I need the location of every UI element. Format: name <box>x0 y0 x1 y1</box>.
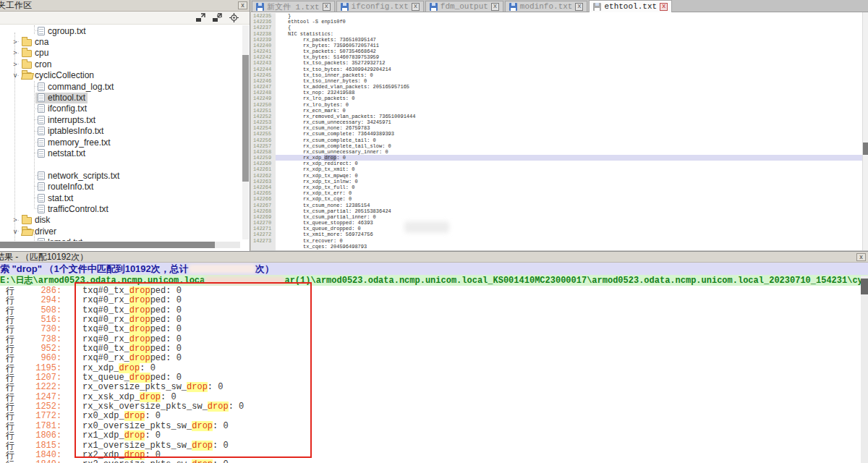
locate-file-icon[interactable] <box>229 13 239 22</box>
editor-line[interactable]: 142259 rx_xdp_drop: 0 <box>251 155 862 161</box>
result-row-line-1195[interactable]: 行1195: rx_xdp_drop: 0 <box>0 364 859 373</box>
results-vertical-scrollbar[interactable] <box>861 276 868 463</box>
tree-item-memory_free-txt[interactable]: memory_free.txt <box>0 137 242 148</box>
editor-line[interactable]: 142261 rx_xdp_tx_xmit: 0 <box>251 166 862 172</box>
editor-line[interactable]: 142245 tx_tso_inner_packets: 0 <box>251 72 862 78</box>
tree-item-label-wrap[interactable]: network_scripts.txt <box>35 170 122 181</box>
editor-line[interactable]: 142237{ <box>251 25 862 30</box>
editor-line[interactable]: 142258 rx_csum_unnecessary_inner: 0 <box>251 149 862 155</box>
editor-line[interactable]: 142274 tx_cqes: 204596498793 <box>251 244 862 250</box>
tree-item-ifconfig-txt[interactable]: ifconfig.txt <box>0 103 242 114</box>
tree-item-label-wrap[interactable]: driver <box>20 226 59 237</box>
tree-item-lsmod-txt[interactable]: lsmod.txt <box>0 237 242 241</box>
editor-line[interactable]: 142240 rx_bytes: 735960572057411 <box>251 43 862 48</box>
tree-item-label-wrap[interactable]: cpu <box>20 48 51 59</box>
tree-item-interrupts-txt[interactable]: interrupts.txt <box>0 114 242 125</box>
tab-fdm_output[interactable]: fdm_outputx <box>425 1 503 12</box>
editor-line[interactable]: 142266 rx_xdp_tx_cqe: 0 <box>251 196 862 202</box>
result-row-line-1840[interactable]: 行1840: rx2_xdp_drop: 0 <box>0 451 859 460</box>
editor-line[interactable]: 142256 rx_csum_complete_tail: 0 <box>251 137 862 143</box>
editor-line[interactable]: 142268 tx_csum_partial: 205153836424 <box>251 208 862 214</box>
editor-line[interactable]: 142264 rx_xdp_tx_full: 0 <box>251 184 862 190</box>
tree-item-routeInfo-txt[interactable]: routeInfo.txt <box>0 181 242 192</box>
tree-item-label-wrap[interactable]: cron <box>20 59 54 69</box>
tree-item-label-wrap[interactable]: cgroup.txt <box>35 25 88 36</box>
result-row-line-1781[interactable]: 行1781: rx0_oversize_pkts_sw_drop: 0 <box>0 422 859 431</box>
collapse-all-icon[interactable] <box>212 13 223 22</box>
editor-line[interactable]: 142271 tx_queue_dropped: 0 <box>251 226 862 232</box>
tree-horizontal-scrollbar[interactable] <box>0 242 240 248</box>
results-close-icon[interactable]: x <box>856 253 866 261</box>
tab--1-txt[interactable]: 新文件 1.txtx <box>252 1 335 12</box>
result-row-line-286[interactable]: 行286: txq#0_tx_dropped: 0 <box>0 286 859 296</box>
editor-line[interactable]: 142244 tx_tso_bytes: 463099429204214 <box>251 67 862 72</box>
editor-line[interactable]: 142247 tx_added_vlan_packets: 2051659571… <box>251 84 862 90</box>
tab-close-icon[interactable]: x <box>491 3 499 11</box>
editor-line[interactable]: 142273 tx_recover: 0 <box>251 238 862 244</box>
editor-line[interactable]: 142255 rx_csum_complete: 736449389393 <box>251 131 862 137</box>
tree-item-label-wrap[interactable]: routeInfo.txt <box>35 182 95 192</box>
tree-item-cpu[interactable]: >cpu <box>0 48 242 59</box>
results-file-path-line[interactable]: E:\日志\armod0523.odata.ncmp.unicom.loca a… <box>0 275 868 286</box>
tree-item-label-wrap[interactable]: netstat.txt <box>35 148 88 158</box>
tab-modinfo-txt[interactable]: modinfo.txtx <box>505 1 588 12</box>
tab-close-icon[interactable]: x <box>575 3 583 11</box>
tree-item-cna[interactable]: >cna <box>0 36 242 47</box>
tree-item-stat-txt[interactable]: stat.txt <box>0 192 242 203</box>
tree-item-label-wrap[interactable]: command_log.txt <box>35 81 116 92</box>
editor-line[interactable]: 142235} <box>251 13 862 19</box>
editor-line[interactable]: 142239 rx_packets: 736510395147 <box>251 37 862 43</box>
result-row-line-294[interactable]: 行294: rxq#0_rx_dropped: 0 <box>0 296 859 305</box>
editor-line[interactable]: 142252 rx_removed_vlan_packets: 73651009… <box>251 114 862 119</box>
editor-line[interactable]: 142270 tx_queue_stopped: 46393 <box>251 220 862 226</box>
tree-item-driver[interactable]: ∨driver <box>0 226 242 237</box>
result-row-line-952[interactable]: 行952: txq#0_tx_dropped: 0 <box>0 344 859 354</box>
editor-line[interactable]: 142254 rx_csum_none: 26759783 <box>251 125 862 131</box>
editor-line[interactable]: 142275 tx_queue_wake: 46396 <box>251 250 862 250</box>
result-row-line-1849[interactable]: 行1849: rx2_oversize_pkts_sw_drop: 0 <box>0 460 859 463</box>
editor-vertical-scrollbar-thumb[interactable] <box>863 143 868 155</box>
results-summary-line[interactable]: 索 "drop" （1个文件中匹配到10192次，总计 次） <box>0 263 868 275</box>
result-row-line-516[interactable]: 行516: rxq#0_rx_dropped: 0 <box>0 315 859 325</box>
result-row-line-1772[interactable]: 行1772: rx0_xdp_drop: 0 <box>0 412 859 421</box>
tab-ifconfig-txt[interactable]: ifconfig.txtx <box>336 1 424 12</box>
tab-close-icon[interactable]: x <box>660 3 668 11</box>
tree-item-label-wrap[interactable]: interrupts.txt <box>35 114 98 125</box>
tree-vertical-scrollbar[interactable] <box>242 25 249 239</box>
editor-line[interactable]: 142236ethtool -S enp1s0f0 <box>251 19 862 25</box>
editor-line[interactable]: 142243 tx_tso_packets: 35272932712 <box>251 60 862 66</box>
tab-close-icon[interactable]: x <box>323 3 331 11</box>
editor-line[interactable]: 142257 rx_csum_complete_tail_slow: 0 <box>251 143 862 149</box>
tab-ethtool-txt[interactable]: ethtool.txtx <box>589 0 672 12</box>
tree-item-label-wrap[interactable]: lsmod.txt <box>35 237 85 241</box>
tree-item-label-wrap[interactable]: ethtool.txt <box>35 93 88 103</box>
editor-line[interactable]: 142251 rx_ecn_mark: 0 <box>251 108 862 114</box>
tree-item-command_log-txt[interactable]: command_log.txt <box>0 81 242 92</box>
tree-item-cron[interactable]: >cron <box>0 59 242 69</box>
editor-text-area[interactable]: 142235}142236ethtool -S enp1s0f0142237{1… <box>251 12 862 250</box>
tree-item-label-wrap[interactable]: cyclicCollection <box>20 70 96 81</box>
editor-line[interactable]: 142242 tx_bytes: 514607839753959 <box>251 54 862 60</box>
workspace-close-icon[interactable]: x <box>238 1 247 9</box>
result-row-line-1222[interactable]: 行1222: rx_oversize_pkts_sw_drop: 0 <box>0 383 859 392</box>
result-row-line-1806[interactable]: 行1806: rx1_xdp_drop: 0 <box>0 431 859 441</box>
result-row-line-1815[interactable]: 行1815: rx1_oversize_pkts_sw_drop: 0 <box>0 441 859 451</box>
editor-line[interactable]: 142265 rx_xdp_tx_err: 0 <box>251 190 862 196</box>
tree-item-label-wrap[interactable]: iptablesInfo.txt <box>35 126 106 137</box>
editor-line[interactable]: 142269 tx_csum_partial_inner: 0 <box>251 214 862 220</box>
editor-line[interactable]: 142272 tx_xmit_more: 569724756 <box>251 232 862 237</box>
tree-item-cgroup-txt[interactable]: cgroup.txt <box>0 25 242 36</box>
tab-close-icon[interactable]: x <box>412 3 420 11</box>
results-vertical-scrollbar-thumb[interactable] <box>861 279 868 294</box>
editor-line[interactable]: 142238NIC statistics: <box>251 31 862 37</box>
editor-line[interactable]: 142241 tx_packets: 507354668642 <box>251 48 862 54</box>
editor-line[interactable]: 142246 tx_tso_inner_bytes: 0 <box>251 78 862 84</box>
editor-line[interactable]: 142260 rx_xdp_redirect: 0 <box>251 161 862 166</box>
editor-line[interactable]: 142248 tx_nop: 232419588 <box>251 90 862 95</box>
tree-horizontal-scrollbar-thumb[interactable] <box>0 242 215 248</box>
tree-item-disk[interactable]: >disk <box>0 215 242 226</box>
editor-vertical-scrollbar[interactable] <box>862 12 868 250</box>
editor-line[interactable]: 142249 rx_lro_packets: 0 <box>251 95 862 101</box>
result-row-line-1247[interactable]: 行1247: rx_xsk_xdp_drop: 0 <box>0 393 859 402</box>
tree-item-ethtool-txt[interactable]: ethtool.txt <box>0 92 242 103</box>
